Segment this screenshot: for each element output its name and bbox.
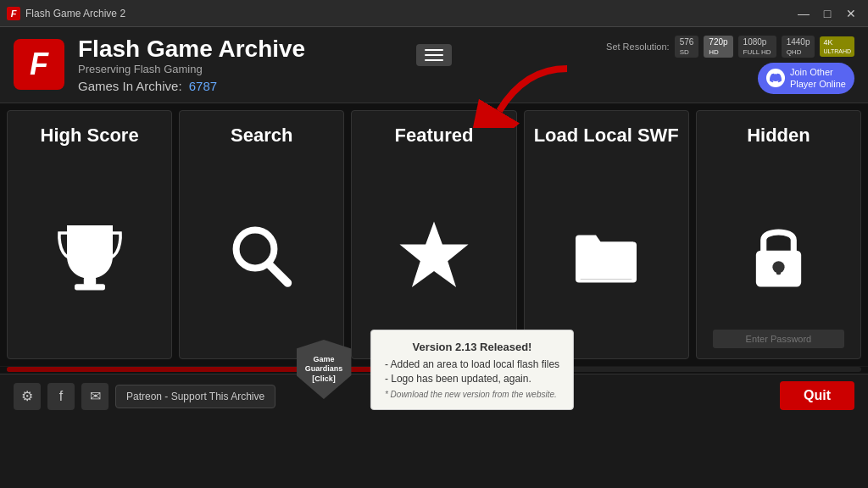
res-1440[interactable]: 1440pQHD xyxy=(782,36,815,58)
res-720[interactable]: 720pHD xyxy=(704,36,732,58)
discord-button[interactable]: Join OtherPlayer Online xyxy=(758,63,854,94)
high-score-title: High Score xyxy=(41,125,139,147)
minimize-button[interactable]: — xyxy=(793,5,814,22)
res-4k[interactable]: 4KULTRAHD xyxy=(820,36,854,57)
app-logo: F xyxy=(14,39,64,90)
res-1080[interactable]: 1080pFULL HD xyxy=(738,36,776,58)
app-icon-small: F xyxy=(7,7,20,20)
load-local-swf-card[interactable]: Load Local SWF xyxy=(524,110,689,359)
guardian-line3: [Click] xyxy=(312,374,336,383)
resolution-bar: Set Resolution: 576SD 720pHD 1080pFULL H… xyxy=(606,36,854,58)
res-576[interactable]: 576SD xyxy=(675,36,699,58)
title-bar: F Flash Game Archive 2 — □ ✕ xyxy=(0,0,868,27)
email-icon[interactable]: ✉ xyxy=(81,383,108,410)
load-local-swf-title: Load Local SWF xyxy=(534,125,679,147)
featured-card[interactable]: Featured xyxy=(351,110,516,359)
main-card-grid: High Score Search Featured xyxy=(0,103,868,366)
app-subtitle: Preserving Flash Gaming xyxy=(78,63,305,75)
notification-title: Version 2.13 Released! xyxy=(385,341,559,353)
guardian-line1: Game xyxy=(313,355,334,363)
app-header: F Flash Game Archive Preserving Flash Ga… xyxy=(0,27,868,103)
games-count-number: 6787 xyxy=(189,79,217,93)
hidden-password-field[interactable] xyxy=(713,330,844,348)
resolution-label: Set Resolution: xyxy=(606,42,670,52)
notification-item-2: - Logo has been updated, again. xyxy=(385,373,559,385)
flash-f-icon: F xyxy=(30,47,48,82)
hamburger-line-2 xyxy=(425,54,443,56)
svg-rect-11 xyxy=(776,267,781,274)
header-right: Set Resolution: 576SD 720pHD 1080pFULL H… xyxy=(606,36,854,94)
featured-title: Featured xyxy=(395,125,474,147)
facebook-icon[interactable]: f xyxy=(47,383,75,410)
quit-button[interactable]: Quit xyxy=(780,381,854,410)
hidden-card[interactable]: Hidden xyxy=(696,110,861,359)
svg-rect-7 xyxy=(576,244,637,280)
hidden-title: Hidden xyxy=(747,125,810,147)
patreon-button[interactable]: Patreon - Support This Archive xyxy=(115,385,275,408)
title-bar-left: F Flash Game Archive 2 xyxy=(7,7,125,20)
search-card[interactable]: Search xyxy=(179,110,344,359)
games-count-label: Games In Archive: xyxy=(78,79,182,93)
bottom-area: ⚙ f ✉ Patreon - Support This Archive Gam… xyxy=(0,374,868,419)
star-icon xyxy=(396,164,472,348)
notification-item-1: - Added an area to load local flash file… xyxy=(385,358,559,370)
guardian-text: Game Guardians [Click] xyxy=(294,355,353,385)
app-title-block: Flash Game Archive Preserving Flash Gami… xyxy=(78,36,305,93)
maximize-button[interactable]: □ xyxy=(817,5,837,22)
games-count-line: Games In Archive: 6787 xyxy=(78,79,305,93)
guardian-badge[interactable]: Game Guardians [Click] xyxy=(294,338,353,402)
notification-box: Version 2.13 Released! - Added an area t… xyxy=(370,330,574,410)
high-score-card[interactable]: High Score xyxy=(7,110,172,359)
search-icon xyxy=(228,164,296,348)
settings-icon[interactable]: ⚙ xyxy=(14,383,41,410)
close-button[interactable]: ✕ xyxy=(841,5,861,22)
title-bar-controls: — □ ✕ xyxy=(793,5,861,22)
discord-icon xyxy=(766,69,785,87)
bottom-center: Game Guardians [Click] Version 2.13 Rele… xyxy=(294,330,574,410)
svg-marker-4 xyxy=(400,221,469,286)
discord-label: Join OtherPlayer Online xyxy=(790,66,846,91)
app-title: Flash Game Archive xyxy=(78,36,305,63)
hamburger-line-3 xyxy=(425,59,443,61)
hamburger-line-1 xyxy=(425,49,443,51)
svg-rect-1 xyxy=(75,284,105,290)
password-input[interactable] xyxy=(713,334,844,344)
bottom-left-icons: ⚙ f ✉ Patreon - Support This Archive xyxy=(14,383,275,410)
folder-icon xyxy=(572,164,640,348)
guardian-line2: Guardians xyxy=(305,364,343,373)
search-title: Search xyxy=(231,125,292,147)
title-bar-text: Flash Game Archive 2 xyxy=(25,8,125,19)
hamburger-menu-button[interactable] xyxy=(416,44,452,66)
lock-icon xyxy=(747,164,810,348)
svg-line-3 xyxy=(269,263,287,282)
notification-footer: * Download the new version from the webs… xyxy=(385,390,559,399)
trophy-icon xyxy=(52,164,128,348)
